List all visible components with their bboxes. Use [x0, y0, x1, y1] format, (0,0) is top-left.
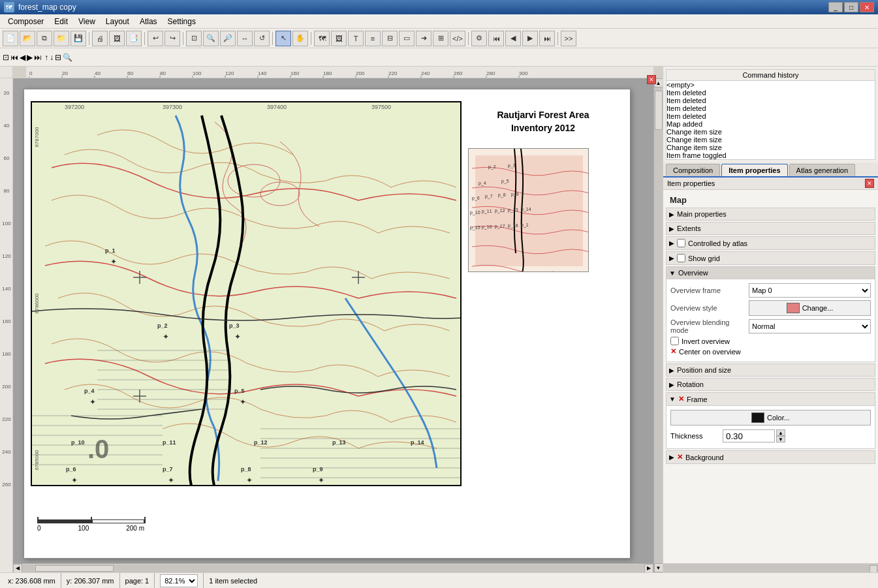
history-item-4[interactable]: Item deleted: [666, 112, 875, 120]
duplicate-button[interactable]: ⧉: [37, 31, 52, 46]
resize-contents-button[interactable]: ⊟: [55, 53, 61, 62]
frame-color-button[interactable]: Color...: [670, 410, 871, 426]
minimize-button[interactable]: _: [828, 2, 843, 12]
svg-text:.0: .0: [87, 435, 109, 463]
menu-edit[interactable]: Edit: [49, 16, 73, 27]
add-legend-button[interactable]: ≡: [365, 31, 381, 46]
menu-atlas[interactable]: Atlas: [134, 16, 163, 27]
magnify-button[interactable]: 🔍: [63, 53, 72, 62]
overview-thumbnail[interactable]: p_2p_3 p_4p_5 p_6p_7p_8p_9 p_10p_11p_12p…: [468, 148, 589, 272]
atlas-prev-button[interactable]: ◀: [505, 31, 521, 46]
controlled-atlas-checkbox[interactable]: [677, 239, 685, 247]
overview-frame-select[interactable]: Map 0: [749, 283, 871, 298]
history-item-size-1[interactable]: Change item size: [666, 128, 875, 136]
lower-button[interactable]: ↓: [50, 53, 54, 62]
menu-layout[interactable]: Layout: [101, 16, 134, 27]
section-frame-header[interactable]: ▼ ✕ Frame: [666, 392, 875, 406]
print-button[interactable]: 🖨: [92, 31, 108, 46]
open-template-button[interactable]: 📂: [20, 31, 35, 46]
undo-button[interactable]: ↩: [148, 31, 163, 46]
add-table-button[interactable]: ⊞: [433, 31, 448, 46]
add-map-button[interactable]: 🗺: [314, 31, 330, 46]
section-background-header[interactable]: ▶ ✕ Background: [666, 450, 875, 464]
hscrollbar[interactable]: ◀ ▶: [13, 563, 653, 572]
show-grid-checkbox[interactable]: [677, 254, 685, 262]
history-item-3[interactable]: Item deleted: [666, 104, 875, 112]
hscroll-track[interactable]: [22, 565, 644, 572]
pan-button[interactable]: ✋: [292, 31, 308, 46]
select-button[interactable]: ↖: [275, 31, 291, 46]
hscroll-left-button[interactable]: ◀: [13, 564, 22, 573]
section-overview-header[interactable]: ▼ Overview: [666, 266, 875, 279]
item-props-close-button[interactable]: ✕: [865, 179, 874, 188]
last-page-button[interactable]: ⏭: [34, 53, 42, 62]
thickness-up-button[interactable]: ▲: [776, 429, 785, 436]
add-label-button[interactable]: T: [348, 31, 364, 46]
hscroll-thumb[interactable]: [35, 565, 114, 572]
new-button[interactable]: 📄: [3, 31, 18, 46]
save-button[interactable]: 💾: [71, 31, 86, 46]
atlas-last-button[interactable]: ⏭: [539, 31, 555, 46]
thickness-down-button[interactable]: ▼: [776, 436, 785, 442]
overview-style-button[interactable]: Change...: [749, 300, 871, 316]
zoom-select[interactable]: 82.1% 50% 75% 100% 125% 150%: [160, 574, 198, 587]
raise-button[interactable]: ↑: [44, 53, 48, 62]
history-item-size-2[interactable]: Change item size: [666, 136, 875, 144]
vscrollbar[interactable]: ▲ ▼: [653, 78, 663, 572]
vscroll-down-button[interactable]: ▼: [654, 563, 663, 572]
zoom-width-button[interactable]: ↔: [237, 31, 253, 46]
zoom-in-button[interactable]: 🔍: [203, 31, 219, 46]
section-extents-header[interactable]: ▶ Extents: [666, 222, 875, 235]
export-image-button[interactable]: 🖼: [109, 31, 125, 46]
panel-vscroll-thumb[interactable]: [870, 565, 877, 573]
atlas-preview-button[interactable]: ⚙: [471, 31, 487, 46]
section-rotation-header[interactable]: ▶ Rotation: [666, 378, 875, 391]
status-zoom[interactable]: 82.1% 50% 75% 100% 125% 150%: [155, 573, 204, 588]
tab-item-properties[interactable]: Item properties: [721, 164, 787, 176]
panel-vscroll-track[interactable]: [663, 564, 878, 573]
add-html-button[interactable]: </>: [450, 31, 465, 46]
refresh-button[interactable]: ↺: [254, 31, 270, 46]
page-setup-button[interactable]: ⊡: [3, 53, 9, 62]
tab-atlas-generation[interactable]: Atlas generation: [789, 164, 856, 176]
export-pdf-button[interactable]: 📑: [126, 31, 142, 46]
menu-settings[interactable]: Settings: [163, 16, 201, 27]
menu-view[interactable]: View: [73, 16, 101, 27]
canvas-container[interactable]: p_1 ✦ p_2 ✦ p_3 ✦ p_4 ✦ p_5 ✦ p_6: [13, 78, 653, 563]
invert-overview-checkbox[interactable]: [670, 337, 679, 345]
prev-page-button[interactable]: ◀: [20, 53, 25, 62]
section-controlled-atlas-header[interactable]: ▶ Controlled by atlas: [666, 236, 875, 250]
add-shape-button[interactable]: ▭: [399, 31, 415, 46]
history-item-2[interactable]: Item deleted: [666, 97, 875, 104]
extra-btn[interactable]: >>: [561, 31, 576, 46]
history-item-1[interactable]: Item deleted: [666, 89, 875, 97]
history-item-size-3[interactable]: Change item size: [666, 144, 875, 151]
zoom-full-button[interactable]: ⊡: [186, 31, 202, 46]
close-button[interactable]: ✕: [860, 2, 874, 12]
add-scalebar-button[interactable]: ⊟: [382, 31, 398, 46]
vscroll-thumb[interactable]: [655, 91, 663, 130]
history-item-map-added[interactable]: Map added: [666, 120, 875, 128]
atlas-first-button[interactable]: ⏮: [488, 31, 504, 46]
next-page-button[interactable]: ▶: [27, 53, 33, 62]
menu-composer[interactable]: Composer: [3, 16, 49, 27]
section-show-grid-header[interactable]: ▶ Show grid: [666, 251, 875, 265]
tab-composition[interactable]: Composition: [666, 164, 720, 176]
thickness-input[interactable]: [723, 429, 775, 442]
redo-button[interactable]: ↪: [165, 31, 180, 46]
open-button[interactable]: 📁: [54, 31, 69, 46]
section-main-properties-header[interactable]: ▶ Main properties: [666, 208, 875, 221]
first-page-button[interactable]: ⏮: [10, 53, 18, 62]
section-position-size-header[interactable]: ▶ Position and size: [666, 364, 875, 377]
history-item-frame[interactable]: Item frame toggled: [666, 151, 875, 159]
maximize-button[interactable]: □: [844, 2, 858, 12]
vscroll-track[interactable]: [654, 87, 663, 563]
add-image-button[interactable]: 🖼: [331, 31, 347, 46]
atlas-next-button[interactable]: ▶: [522, 31, 538, 46]
zoom-out-button[interactable]: 🔎: [220, 31, 236, 46]
hscroll-right-button[interactable]: ▶: [644, 564, 653, 573]
history-item-empty[interactable]: <empty>: [666, 81, 875, 89]
add-arrow-button[interactable]: ➜: [416, 31, 431, 46]
overview-blending-select[interactable]: Normal Multiply Screen Overlay: [749, 319, 871, 333]
map-area[interactable]: p_1 ✦ p_2 ✦ p_3 ✦ p_4 ✦ p_5 ✦ p_6: [31, 101, 462, 486]
